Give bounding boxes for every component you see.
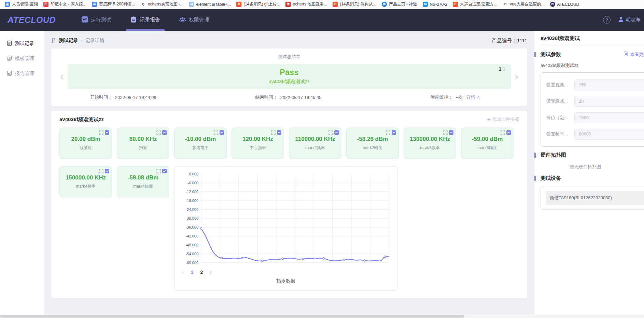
detail-link[interactable]: 详情 ∧ — [466, 94, 480, 100]
pass-result: Pass — [280, 68, 299, 77]
metric-value: 20.00 — [71, 136, 86, 142]
sidebar-item-template-management[interactable]: 模板管理 — [0, 51, 44, 66]
svg-text:-30.000: -30.000 — [186, 216, 198, 220]
carousel-prev-button[interactable]: ‹ — [56, 64, 68, 88]
breadcrumb: 测试记录 › 记录详情 — [51, 38, 104, 44]
horizontal-scrollbar — [0, 315, 644, 318]
metrics-title: av4036f频谱测试zz — [59, 116, 104, 123]
trend-chart-icon[interactable] — [105, 169, 109, 175]
sidebar-item-test-records[interactable]: 测试记录 — [0, 36, 44, 51]
bookmark-item[interactable]: 禅产品主页 - 禅道 — [380, 1, 421, 8]
expand-icon[interactable] — [99, 169, 103, 175]
template-icon — [7, 56, 12, 62]
expand-icon[interactable] — [99, 130, 103, 136]
bookmark-item[interactable]: 简echarts 地图及常... — [283, 1, 331, 8]
metric-card: 20.00 dBm衰减度 — [59, 128, 112, 159]
bookmark-item[interactable]: C(14条消息) 教你从... — [331, 1, 380, 8]
add-monitor-button[interactable]: + 添加监控指标 — [487, 116, 519, 123]
expand-icon[interactable] — [156, 169, 161, 175]
bookmark-favicon: C — [453, 2, 458, 7]
page-1-button[interactable]: 1 — [191, 270, 194, 275]
run-test-icon — [82, 16, 88, 24]
nav-item-permission[interactable]: 权限管理 — [170, 9, 219, 31]
expand-icon[interactable] — [214, 130, 218, 136]
metric-card: -59.00 dBmmark3幅度 — [461, 128, 514, 159]
nav-item-record-report[interactable]: 记录报告 — [121, 9, 170, 31]
add-monitor-label: 添加监控指标 — [492, 116, 519, 122]
params-section-header: 测试参数 查看更多参数 — [541, 51, 644, 58]
metric-value: -59.08 — [128, 174, 144, 181]
chart-pagination: ‹ 1 2 › — [182, 270, 392, 275]
param-input[interactable]: 150 — [574, 80, 644, 90]
metric-label: mark4频率 — [76, 184, 95, 189]
trend-chart-icon[interactable] — [334, 130, 339, 136]
trend-chart-icon[interactable] — [277, 130, 281, 136]
start-time-label: 开始时间： — [90, 94, 112, 100]
scrollbar-thumb[interactable] — [0, 315, 464, 318]
bookmark-item[interactable]: WATECLOUD — [548, 1, 583, 8]
metric-value: -58.26 — [357, 136, 374, 142]
param-input[interactable]: 80000 — [574, 129, 644, 140]
bookmark-favicon: 禅 — [382, 2, 387, 7]
bookmark-item[interactable]: C大屏自适应/适配方... — [451, 1, 501, 8]
metric-row-2: 150000.00 KHzmark4频率-59.08 dBmmark4幅度 0.… — [59, 166, 519, 291]
help-icon[interactable]: ? — [603, 16, 611, 24]
expand-icon[interactable] — [386, 130, 390, 136]
page-2-button[interactable]: 2 — [200, 270, 203, 275]
user-menu[interactable]: 胡志海 — [618, 16, 644, 23]
trend-chart-icon[interactable] — [162, 130, 167, 136]
trend-chart-icon[interactable] — [162, 169, 167, 175]
metric-value: -59.00 — [472, 136, 488, 142]
bookmark-item[interactable]: 田印记中文 - 深入挖... — [41, 1, 90, 8]
sidebar-item-report-management[interactable]: 报告管理 — [0, 66, 44, 81]
trend-chart-icon[interactable] — [392, 130, 396, 136]
trend-chart-icon[interactable] — [506, 130, 511, 136]
sidebar-item-label: 模板管理 — [15, 56, 34, 62]
bookmark-item[interactable]: elelement ui table+... — [187, 1, 234, 8]
params-box: 设置视频... 150 设置衰减... 20 等待（毫... 1000 设置频率… — [541, 72, 644, 147]
metric-card: 130000.00 KHzmark3频率 — [404, 128, 456, 159]
result-banner[interactable]: Pass av4036f频谱测试zz 1/1 — [68, 64, 511, 89]
bookmark-item[interactable]: 蓝人员管理-蓝湖 — [3, 1, 41, 8]
metric-label: 中心频率 — [250, 145, 266, 151]
bookmark-label: NS-270-2 — [430, 2, 447, 7]
nav-item-run-test[interactable]: 运行测试 — [72, 9, 121, 31]
breadcrumb-root[interactable]: 测试记录 — [59, 38, 78, 44]
topology-section-header: 硬件拓扑图 — [541, 152, 644, 158]
content-area: 测试记录 › 记录详情 产品编号：1111 测试总结果 ‹ Pass av403… — [44, 31, 534, 318]
browser-bookmarks-bar: 蓝人员管理-蓝湖 田印记中文 - 深入挖... 译百度翻译-200种语... Q… — [0, 0, 644, 9]
prev-page-button[interactable]: ‹ — [182, 270, 184, 275]
metric-label: mark4幅度 — [133, 184, 153, 189]
topology-section-title: 硬件拓扑图 — [541, 152, 566, 158]
params-subtitle: av4036f频谱测试zz — [541, 62, 644, 69]
svg-text:-54.000: -54.000 — [186, 252, 198, 256]
bookmark-item[interactable]: Qecharts实现地图 -... — [139, 1, 187, 8]
trend-chart-icon[interactable] — [449, 130, 453, 136]
bookmark-favicon: 蓝 — [5, 2, 10, 7]
carousel-next-button[interactable]: › — [511, 64, 522, 88]
sidebar-item-label: 报告管理 — [15, 71, 34, 77]
device-item: 频谱TA9180(BL012622020030) — [546, 191, 644, 205]
metric-unit: dBm — [490, 136, 503, 142]
expand-icon[interactable] — [156, 130, 161, 136]
param-label: 等待（毫... — [546, 115, 574, 121]
expand-icon[interactable] — [271, 130, 276, 136]
expand-icon[interactable] — [328, 130, 333, 136]
bookmark-item[interactable]: C(14条消息) git上传... — [234, 1, 283, 8]
bookmark-item[interactable]: 译百度翻译-200种语... — [90, 1, 139, 8]
param-input[interactable]: 1000 — [574, 112, 644, 123]
next-page-button[interactable]: › — [210, 270, 212, 275]
view-more-params-link[interactable]: 查看更多参数 — [624, 52, 644, 58]
trend-chart-icon[interactable] — [220, 130, 224, 136]
param-input[interactable]: 20 — [574, 96, 644, 107]
expand-icon[interactable] — [443, 130, 448, 136]
trend-chart-icon[interactable] — [105, 130, 109, 136]
times-row: 开始时间： 2022-08-17 19:44:09 结束时间： 2022-08-… — [56, 94, 522, 100]
expand-icon[interactable] — [501, 130, 505, 136]
bookmark-label: 印记中文 - 深入挖... — [51, 1, 86, 7]
metric-unit: dBm — [203, 136, 216, 142]
param-field: 设置视频... 150 — [546, 80, 644, 90]
bookmark-item[interactable]: ToNS-270-2 — [421, 1, 451, 8]
metric-unit: dBm — [375, 136, 388, 142]
bookmark-item[interactable]: Bvue大屏自适应的... — [501, 1, 548, 8]
